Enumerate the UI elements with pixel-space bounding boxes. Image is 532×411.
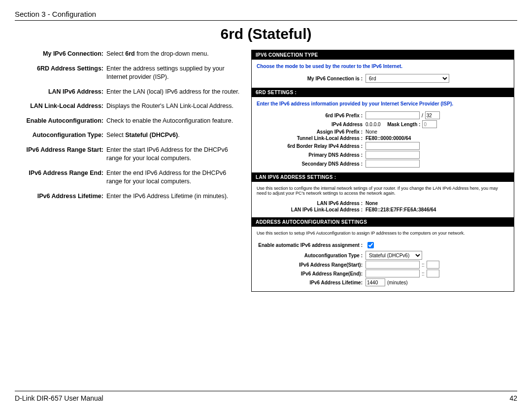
def-value: Enter the address settings supplied by y… xyxy=(106,65,241,82)
dns2-input[interactable] xyxy=(366,160,420,168)
def-autoconfig-type: Autoconfiguration Type: Select Stateful … xyxy=(15,131,241,140)
def-value: Select Stateful (DHCPv6). xyxy=(106,131,241,140)
sixrd-prefix-len-input[interactable] xyxy=(425,111,440,119)
def-6rd-address-settings: 6RD Address Settings: Enter the address … xyxy=(15,65,241,82)
my-ipv6-connection-select[interactable]: 6rd xyxy=(366,74,449,83)
enable-auto-label: Enable automatic IPv6 address assignment… xyxy=(257,242,366,248)
router-ui-panel: IPv6 CONNECTION TYPE Choose the mode to … xyxy=(251,50,514,292)
lan-ipv6-addr-value: None xyxy=(366,201,378,206)
tunnel-ll-label: Tunnel Link-Local Address : xyxy=(257,136,366,141)
conn-type-desc: Choose the mode to be used by the router… xyxy=(257,64,509,69)
page-title: 6rd (Stateful) xyxy=(15,26,517,42)
sixrd-prefix-input[interactable] xyxy=(366,111,420,119)
range-end-input[interactable] xyxy=(366,270,420,277)
def-label: 6RD Address Settings: xyxy=(15,65,106,82)
def-label: IPv6 Address Lifetime: xyxy=(15,192,106,201)
mask-length-input[interactable] xyxy=(422,120,437,128)
panel-header-lan: LAN IPv6 ADDRESS SETTINGS : xyxy=(252,172,514,182)
def-lan-ipv6-address: LAN IPv6 Address: Enter the LAN (local) … xyxy=(15,88,241,97)
lifetime-label: IPv6 Address Lifetime: xyxy=(257,280,366,285)
lifetime-unit: (minutes) xyxy=(387,280,408,285)
definitions-list: My IPv6 Connection: Select 6rd from the … xyxy=(15,50,241,292)
dns2-label: Secondary DNS Address : xyxy=(257,161,366,167)
slash-label: / xyxy=(422,113,423,118)
def-value: Enter the start IPv6 Address for the DHC… xyxy=(106,146,241,163)
def-label: Enable Autoconfiguration: xyxy=(15,117,106,126)
dns1-label: Primary DNS Address : xyxy=(257,152,366,158)
panel-header-6rd: 6RD SETTINGS : xyxy=(252,88,514,97)
autoconfig-note: Use this section to setup IPv6 Autoconfi… xyxy=(257,231,509,236)
section-header: Section 3 - Configuration xyxy=(15,10,517,21)
ipv4-addr-label: IPv4 Address xyxy=(257,122,366,127)
def-range-start: IPv6 Address Range Start: Enter the star… xyxy=(15,146,241,163)
def-range-end: IPv6 Address Range End: Enter the end IP… xyxy=(15,169,241,186)
lifetime-input[interactable] xyxy=(366,278,385,286)
def-value: Enter the IPv6 Address Lifetime (in minu… xyxy=(106,192,241,201)
def-enable-autoconfig: Enable Autoconfiguration: Check to enabl… xyxy=(15,117,241,126)
lan-ipv6-addr-label: LAN IPv6 Address : xyxy=(257,201,366,206)
footer-page-number: 42 xyxy=(509,394,517,402)
range-end-suffix-input[interactable] xyxy=(427,270,439,277)
my-ipv6-connection-label: My IPv6 Connection is : xyxy=(257,76,366,81)
footer-left: D-Link DIR-657 User Manual xyxy=(15,394,103,402)
def-label: LAN Link-Local Address: xyxy=(15,102,106,111)
def-lan-link-local: LAN Link-Local Address: Displays the Rou… xyxy=(15,102,241,111)
def-label: Autoconfiguration Type: xyxy=(15,131,106,140)
def-value: Enter the LAN (local) IPv6 address for t… xyxy=(106,88,241,97)
def-lifetime: IPv6 Address Lifetime: Enter the IPv6 Ad… xyxy=(15,192,241,201)
ipv4-addr-value: 0.0.0.0 xyxy=(366,122,381,127)
relay-input[interactable] xyxy=(366,142,420,150)
enable-auto-checkbox[interactable] xyxy=(367,242,374,248)
def-value: Check to enable the Autoconfiguration fe… xyxy=(106,117,241,126)
range-end-label: IPv6 Address Range(End): xyxy=(257,271,366,276)
def-value: Select 6rd from the drop-down menu. xyxy=(106,50,241,59)
def-label: IPv6 Address Range End: xyxy=(15,169,106,186)
def-value: Enter the end IPv6 Address for the DHCPv… xyxy=(106,169,241,186)
range-sep: :: xyxy=(422,262,425,268)
dns1-input[interactable] xyxy=(366,151,420,159)
def-label: LAN IPv6 Address: xyxy=(15,88,106,97)
range-start-label: IPv6 Address Range(Start): xyxy=(257,262,366,268)
tunnel-ll-value: FE80::0000:0000/64 xyxy=(366,136,411,141)
panel-header-conn-type: IPv6 CONNECTION TYPE xyxy=(252,50,514,60)
def-label: My IPv6 Connection: xyxy=(15,50,106,59)
range-sep: :: xyxy=(422,271,425,276)
sixrd-desc: Enter the IPv6 address information provi… xyxy=(257,101,509,106)
assign-prefix-label: Assign IPv6 Prefix : xyxy=(257,129,366,135)
sixrd-prefix-label: 6rd IPv6 Prefix : xyxy=(257,113,366,118)
def-label: IPv6 Address Range Start: xyxy=(15,146,106,163)
autoconfig-type-select[interactable]: Stateful (DHCPv6) xyxy=(366,251,422,260)
lan-ll-label: LAN IPv6 Link-Local Address : xyxy=(257,207,366,212)
def-value: Displays the Router's LAN Link-Local Add… xyxy=(106,102,241,111)
def-my-ipv6-connection: My IPv6 Connection: Select 6rd from the … xyxy=(15,50,241,59)
autoconfig-type-label: Autoconfiguration Type : xyxy=(257,253,366,258)
lan-ll-value: FE80::218:E7FF:FE6A:3846/64 xyxy=(366,207,436,212)
lan-note: Use this section to configure the intern… xyxy=(257,186,509,196)
range-start-input[interactable] xyxy=(366,261,420,269)
page-footer: D-Link DIR-657 User Manual 42 xyxy=(15,391,517,402)
range-start-suffix-input[interactable] xyxy=(427,261,439,269)
panel-header-autoconfig: ADDRESS AUTOCONFIGURATION SETTINGS xyxy=(252,217,514,227)
assign-prefix-value: None xyxy=(366,129,377,135)
mask-length-label: Mask Length : xyxy=(387,122,420,127)
relay-label: 6rd Border Relay IPv4 Address : xyxy=(257,143,366,149)
